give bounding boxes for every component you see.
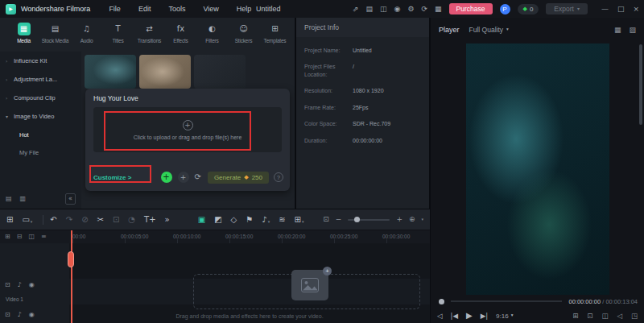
new-folder-icon[interactable]: ▥ [20,196,27,202]
volume-icon[interactable]: ◁ [437,313,443,320]
split-icon[interactable]: ✂ [97,215,104,224]
prev-frame-icon[interactable]: |◀ [451,313,458,320]
tab-stock-media[interactable]: ▤ Stock Media [39,18,71,52]
scrub-handle[interactable] [439,299,444,304]
menu-item-tools[interactable]: Tools [159,5,194,13]
menu-item-view[interactable]: View [194,5,227,13]
tab-templates[interactable]: ⊞ Templates [259,18,291,52]
profile-badge[interactable]: P [500,4,510,14]
add-button[interactable]: + [178,172,189,183]
zoom-slider-thumb[interactable] [354,217,360,222]
grid-view-icon[interactable]: ▦ [614,27,621,34]
aspect-ratio-dropdown[interactable]: 9:16 ▾ [496,313,513,320]
zoom-in-icon[interactable]: + [396,216,402,223]
next-frame-icon[interactable]: ▶| [481,313,488,320]
media-thumbnail[interactable] [139,55,191,89]
add-text-icon[interactable]: T+ [144,215,156,224]
layout-icon[interactable]: ▤ [366,6,374,13]
workspace-icon[interactable]: ▦ [435,6,442,13]
upload-dropzone[interactable]: + Click to upload or drag and drop file(… [93,107,282,152]
time-ruler[interactable]: 00:00 00:00:05:00 00:00:10:00 00:00:15:0… [69,230,430,243]
settings-icon[interactable]: ⚙ [407,6,414,13]
adjust-view-icon[interactable]: ▨ [629,27,636,34]
refresh-icon[interactable]: ⟳ [195,173,201,181]
mask-icon[interactable]: ◩ [214,215,221,224]
customize-link[interactable]: Customize > [93,174,131,181]
capture-icon[interactable]: ◫ [380,6,387,13]
track-size-icon[interactable]: ≡ [41,234,47,240]
tab-filters[interactable]: ◐ Filters [196,18,228,52]
record-icon[interactable]: ◉ [394,6,401,13]
crop-icon[interactable]: ⊡ [113,215,119,224]
tab-audio[interactable]: ♫ Audio [71,18,102,52]
close-icon[interactable]: × [633,6,639,13]
zoom-out-icon[interactable]: − [336,216,342,223]
track-hide-icon[interactable]: ◉ [29,282,35,288]
scrub-track[interactable] [451,300,562,302]
purchase-button[interactable]: Purchase [449,3,493,14]
media-manager-icon[interactable]: ⊞ [6,215,13,224]
sidebar-item-adjustment-layer[interactable]: › Adjustment La... [0,70,81,89]
add-track-icon[interactable]: ⊞ [5,234,10,240]
generate-button[interactable]: Generate ◆ 250 [208,172,269,184]
media-thumbnail[interactable] [85,55,136,89]
sidebar-subitem-hot[interactable]: Hot [0,126,81,143]
tab-transitions[interactable]: ⇄ Transitions [134,18,165,52]
player-scrollbar[interactable] [639,44,642,125]
play-button[interactable]: ▶ [466,312,473,320]
speed-icon[interactable]: ◔ [128,215,135,224]
mute-icon[interactable]: ◁ [617,313,622,320]
playhead-handle[interactable] [68,251,74,267]
help-button[interactable]: ? [274,172,283,182]
smart-cutout-icon[interactable]: ▣ [198,215,205,224]
track2-mute-icon[interactable]: ♪ [18,312,22,318]
tab-titles[interactable]: T Titles [102,18,134,52]
fullscreen-icon[interactable]: ◳ [631,313,638,320]
media-thumbnail[interactable] [194,55,246,89]
menu-item-edit[interactable]: Edit [130,5,160,13]
add-media-icon[interactable]: + [323,267,332,275]
maximize-icon[interactable]: □ [617,6,625,13]
sidebar-subitem-my-file[interactable]: My File [0,143,81,161]
collapse-sidebar-button[interactable]: « [65,193,76,205]
snapshot-icon[interactable]: ⊡ [587,313,592,320]
remove-track-icon[interactable]: ⊟ [17,234,23,240]
track2-lock-icon[interactable]: ⊡ [5,312,10,318]
share-icon[interactable]: ⇗ [353,6,359,13]
media-placeholder[interactable]: + [291,270,328,300]
tab-effects[interactable]: fx Effects [165,18,196,52]
quality-dropdown[interactable]: Full Quality ▾ [469,26,509,34]
voiceover-icon[interactable]: ♪ ▾ [262,215,270,224]
track-mute-icon[interactable]: ♪ [18,282,22,288]
sync-icon[interactable]: ⟳ [422,6,428,13]
zoom-slider[interactable] [348,219,390,221]
redo-icon[interactable]: ↷ [66,215,72,224]
delete-icon[interactable]: ⊘ [81,215,88,224]
add-marker-icon[interactable]: ⊕ [409,216,415,223]
sidebar-item-image-to-video[interactable]: ▾ Image to Video [0,107,81,126]
menu-item-file[interactable]: File [100,5,130,13]
folder-icon[interactable]: ▤ [6,196,12,202]
auto-ripple-icon[interactable]: ⊞ ▾ [295,215,304,224]
minimize-icon[interactable]: — [601,6,609,13]
chevron-down-icon: ▾ [577,6,580,11]
export-button[interactable]: Export ▾ [546,3,588,14]
track-options-icon[interactable]: ◫ [28,234,35,240]
sidebar-item-influence-kit[interactable]: › Influence Kit [0,52,81,70]
undo-icon[interactable]: ↶ [50,215,56,224]
audio-mixer-icon[interactable]: ≋ [279,215,285,224]
split-view-icon[interactable]: ◫ [601,313,608,320]
credits-pill[interactable]: ◆ 0 [518,4,539,14]
grid-overlay-icon[interactable]: ⊞ [572,313,578,320]
fit-timeline-icon[interactable]: ⊡ [323,216,329,223]
track2-hide-icon[interactable]: ◉ [29,312,35,318]
track-lock-icon[interactable]: ⊡ [5,282,10,288]
marker-icon[interactable]: ⚑ [246,215,253,224]
keyframe-icon[interactable]: ◇ [231,215,237,224]
tab-stickers[interactable]: ☺ Stickers [228,18,259,52]
select-tool-icon[interactable]: ▭ ▾ [22,215,32,224]
tab-media[interactable]: ▦ Media [8,18,39,52]
more-tools-icon[interactable]: » [165,215,170,224]
add-green-button[interactable]: + [161,172,172,183]
sidebar-item-compound-clip[interactable]: › Compound Clip [0,89,81,107]
